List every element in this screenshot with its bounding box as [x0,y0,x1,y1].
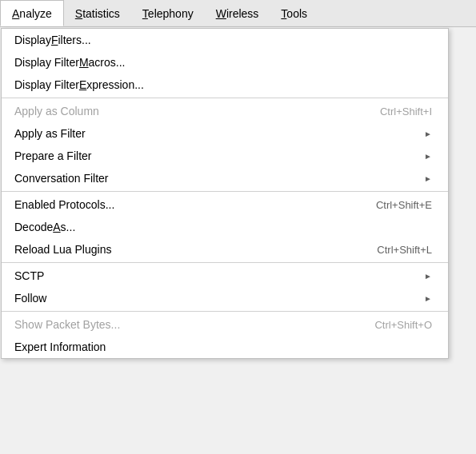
menu-item-display-filter-macros[interactable]: Display Filter Macros... [2,51,448,74]
menu-item-display-filter-expression[interactable]: Display Filter Expression... [2,74,448,96]
separator-2 [2,191,448,192]
analyze-dropdown: Display Filters... Display Filter Macros… [1,28,449,359]
arrow-icon: ► [424,294,432,303]
menubar: Analyze Display Filters... Display Filte… [0,0,476,27]
separator-3 [2,262,448,263]
menu-item-conversation-filter[interactable]: Conversation Filter ► [2,167,448,189]
menubar-item-wireless[interactable]: Wireless [205,0,270,26]
arrow-icon: ► [424,174,432,183]
menu-item-decode-as[interactable]: Decode As... [2,216,448,238]
menubar-item-telephony[interactable]: Telephony [131,0,205,26]
menu-item-sctp[interactable]: SCTP ► [2,265,448,287]
arrow-icon: ► [424,129,432,138]
menubar-wireless-label: Wireless [216,7,259,20]
menu-item-enabled-protocols[interactable]: Enabled Protocols... Ctrl+Shift+E [2,193,448,216]
menu-item-prepare-a-filter[interactable]: Prepare a Filter ► [2,145,448,167]
menu-item-follow[interactable]: Follow ► [2,287,448,309]
menu-item-apply-as-column: Apply as Column Ctrl+Shift+I [2,100,448,122]
menu-item-display-filters[interactable]: Display Filters... [2,29,448,51]
arrow-icon: ► [424,152,432,161]
separator-1 [2,98,448,98]
menubar-telephony-label: Telephony [142,7,194,20]
menu-item-reload-lua-plugins[interactable]: Reload Lua Plugins Ctrl+Shift+L [2,238,448,261]
menu-item-expert-information[interactable]: Expert Information [2,336,448,358]
menubar-item-tools[interactable]: Tools [270,0,318,26]
menubar-tools-label: Tools [281,7,307,20]
arrow-icon: ► [424,272,432,281]
menu-item-apply-as-filter[interactable]: Apply as Filter ► [2,122,448,145]
menubar-statistics-label: Statistics [75,7,120,20]
menubar-item-statistics[interactable]: Statistics [64,0,131,26]
menubar-item-analyze[interactable]: Analyze Display Filters... Display Filte… [0,0,64,26]
separator-4 [2,311,448,312]
menu-item-show-packet-bytes: Show Packet Bytes... Ctrl+Shift+O [2,313,448,336]
menubar-analyze-label: Analyze [12,7,52,20]
